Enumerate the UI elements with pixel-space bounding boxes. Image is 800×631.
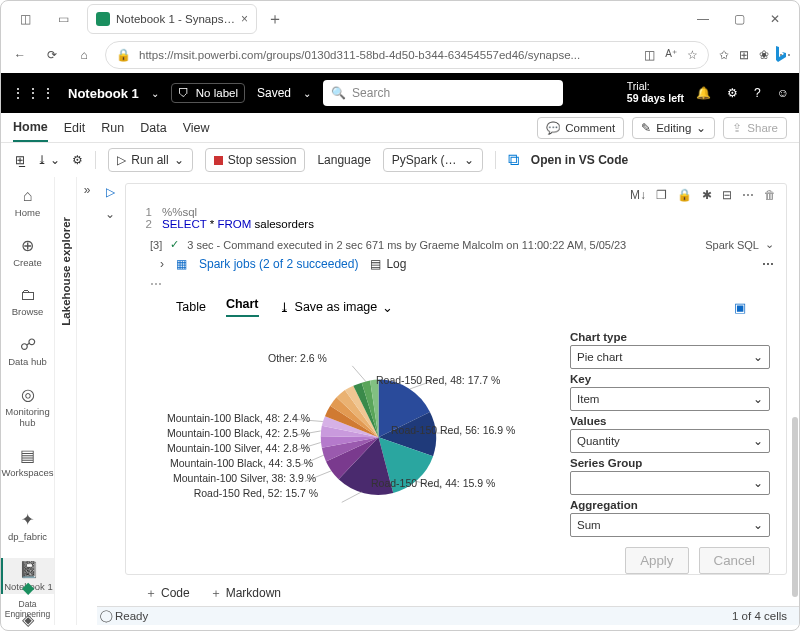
tabs-icon[interactable]: ▭ bbox=[51, 7, 75, 31]
output-more-icon[interactable]: ⋯ bbox=[762, 257, 774, 271]
back-button[interactable]: ← bbox=[9, 44, 31, 66]
result-tab-chart[interactable]: Chart bbox=[226, 297, 259, 317]
shield-icon: ⛉ bbox=[178, 87, 190, 99]
pin-output-icon[interactable]: ▣ bbox=[734, 300, 746, 315]
chart-type-label: Chart type bbox=[570, 331, 770, 343]
nav-browse[interactable]: 🗀Browse bbox=[1, 284, 54, 319]
svg-line-9 bbox=[352, 366, 366, 382]
chevron-down-icon[interactable]: ⌄ bbox=[303, 88, 311, 99]
pie-label-r48: Road-150 Red, 48: 17.7 % bbox=[376, 374, 500, 386]
ribbon-tab-home[interactable]: Home bbox=[13, 120, 48, 142]
sensitivity-label[interactable]: ⛉ No label bbox=[171, 83, 245, 103]
close-window-button[interactable]: ✕ bbox=[757, 5, 793, 33]
cell-lang-badge[interactable]: Spark SQL bbox=[705, 239, 759, 251]
output-menu-icon[interactable]: ⋯ bbox=[126, 277, 786, 291]
nav-datahub[interactable]: ☍Data hub bbox=[1, 333, 54, 369]
copy-icon[interactable]: ❐ bbox=[656, 188, 667, 202]
code-editor[interactable]: 12 %%sql SELECT * FROM salesorders bbox=[126, 202, 786, 234]
expand-panel-icon[interactable]: » bbox=[84, 183, 91, 625]
delete-cell-icon[interactable]: 🗑 bbox=[764, 188, 776, 202]
add-markdown-cell[interactable]: ＋Markdown bbox=[210, 585, 281, 602]
chart-options-panel: Chart type Pie chart⌄ Key Item⌄ Values Q… bbox=[570, 327, 770, 574]
help-icon[interactable]: ? bbox=[754, 86, 761, 100]
main-area: ⌂Home ⊕Create 🗀Browse ☍Data hub ◎Monitor… bbox=[1, 177, 799, 625]
new-tab-button[interactable]: ＋ bbox=[267, 9, 283, 30]
nav-create[interactable]: ⊕Create bbox=[1, 234, 54, 270]
browser-tab[interactable]: Notebook 1 - Synapse Data Eng × bbox=[87, 4, 257, 34]
add-cell-icon[interactable]: ⊞̲ bbox=[15, 153, 25, 167]
reader-icon[interactable]: ◫ bbox=[644, 48, 655, 62]
lock-icon[interactable]: 🔒 bbox=[677, 188, 692, 202]
notebook-name[interactable]: Notebook 1 bbox=[68, 86, 139, 101]
url-field[interactable]: 🔒 https://msit.powerbi.com/groups/0130d3… bbox=[105, 41, 709, 69]
text-size-icon[interactable]: A⁺ bbox=[665, 48, 677, 62]
stop-session-button[interactable]: Stop session bbox=[205, 148, 306, 172]
minimize-button[interactable]: — bbox=[685, 5, 721, 33]
run-all-button[interactable]: ▷Run all⌄ bbox=[108, 148, 192, 172]
run-cell-icon[interactable]: ▷ bbox=[106, 185, 115, 199]
language-label: Language bbox=[317, 153, 370, 167]
chevron-down-icon[interactable]: ⌄ bbox=[765, 238, 774, 251]
apply-button[interactable]: Apply bbox=[625, 547, 688, 574]
scrollbar[interactable] bbox=[792, 417, 798, 597]
aggregation-select[interactable]: Sum⌄ bbox=[570, 513, 770, 537]
settings-icon[interactable]: ⚙ bbox=[727, 86, 738, 100]
add-code-cell[interactable]: ＋Code bbox=[145, 585, 190, 602]
editing-mode-button[interactable]: ✎ Editing ⌄ bbox=[632, 117, 715, 139]
home-button[interactable]: ⌂ bbox=[73, 44, 95, 66]
expand-spark-icon[interactable]: › bbox=[160, 257, 164, 271]
values-select[interactable]: Quantity⌄ bbox=[570, 429, 770, 453]
notebook-cell: M↓ ❐ 🔒 ✱ ⊟ ⋯ 🗑 12 %%sql SELECT * FROM sa… bbox=[125, 183, 787, 575]
key-select[interactable]: Item⌄ bbox=[570, 387, 770, 411]
ribbon-tab-run[interactable]: Run bbox=[101, 121, 124, 135]
app-launcher-icon[interactable]: ⋮⋮⋮ bbox=[11, 85, 56, 101]
language-select[interactable]: PySpark (Pytho...⌄ bbox=[383, 148, 483, 172]
log-link[interactable]: ▤Log bbox=[370, 257, 406, 271]
cell-chevron-icon[interactable]: ⌄ bbox=[105, 207, 115, 221]
bell-icon[interactable]: 🔔 bbox=[696, 86, 711, 100]
exec-index: [3] bbox=[150, 239, 162, 251]
favorites-icon[interactable]: ✩ bbox=[719, 48, 729, 62]
download-icon: ⤓ bbox=[279, 300, 290, 315]
feedback-icon[interactable]: ☺ bbox=[777, 86, 789, 100]
md-toggle-icon[interactable]: M↓ bbox=[630, 188, 646, 202]
profile-icon[interactable]: ◫ bbox=[13, 7, 37, 31]
bing-sidebar-icon[interactable] bbox=[766, 40, 794, 68]
cancel-button[interactable]: Cancel bbox=[699, 547, 771, 574]
nav-persona[interactable]: ◆Data Engineering bbox=[1, 576, 54, 621]
gear-icon[interactable]: ⚙ bbox=[72, 153, 83, 167]
ribbon-tab-view[interactable]: View bbox=[183, 121, 210, 135]
notebook-content: ▷ ⌄ M↓ ❐ 🔒 ✱ ⊟ ⋯ 🗑 12 %%sql SELECT bbox=[97, 177, 799, 625]
save-image-button[interactable]: ⤓Save as image⌄ bbox=[279, 300, 394, 315]
window-titlebar: ◫ ▭ Notebook 1 - Synapse Data Eng × ＋ — … bbox=[1, 1, 799, 37]
search-box[interactable]: 🔍 Search bbox=[323, 80, 563, 106]
series-select[interactable]: ⌄ bbox=[570, 471, 770, 495]
collections-icon[interactable]: ⊞ bbox=[739, 48, 749, 62]
ribbon-tab-edit[interactable]: Edit bbox=[64, 121, 86, 135]
cell-more-icon[interactable]: ⋯ bbox=[742, 188, 754, 202]
spark-jobs-link[interactable]: Spark jobs (2 of 2 succeeded) bbox=[199, 257, 358, 271]
chevron-down-icon[interactable]: ⌄ bbox=[151, 88, 159, 99]
share-button[interactable]: ⇪ Share bbox=[723, 117, 787, 139]
spark-icon: ▦ bbox=[176, 257, 187, 271]
lakehouse-panel-title: Lakehouse explorer bbox=[60, 217, 72, 326]
hide-output-icon[interactable]: ⊟ bbox=[722, 188, 732, 202]
cell-count: 1 of 4 cells bbox=[732, 610, 787, 622]
search-icon: 🔍 bbox=[331, 86, 346, 100]
maximize-button[interactable]: ▢ bbox=[721, 5, 757, 33]
comment-button[interactable]: 💬 Comment bbox=[537, 117, 624, 139]
nav-workspaces[interactable]: ▤Workspaces bbox=[1, 444, 54, 480]
star-icon[interactable]: ☆ bbox=[687, 48, 698, 62]
freeze-icon[interactable]: ✱ bbox=[702, 188, 712, 202]
result-tab-table[interactable]: Table bbox=[176, 300, 206, 314]
chart-type-select[interactable]: Pie chart⌄ bbox=[570, 345, 770, 369]
nav-dp-fabric[interactable]: ✦dp_fabric bbox=[1, 508, 54, 544]
refresh-button[interactable]: ⟳ bbox=[41, 44, 63, 66]
nav-home[interactable]: ⌂Home bbox=[1, 185, 54, 220]
open-vscode-button[interactable]: Open in VS Code bbox=[531, 153, 628, 167]
nav-monitoring[interactable]: ◎Monitoring hub bbox=[1, 383, 54, 430]
ribbon-tab-data[interactable]: Data bbox=[140, 121, 166, 135]
close-tab-icon[interactable]: × bbox=[241, 12, 248, 26]
download-icon[interactable]: ⤓ ⌄ bbox=[37, 153, 60, 167]
check-icon: ✓ bbox=[170, 238, 179, 251]
